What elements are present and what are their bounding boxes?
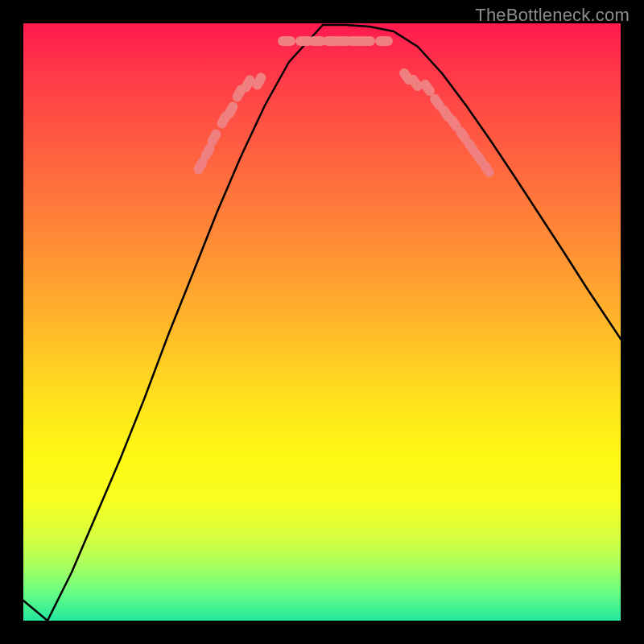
plot-area: [23, 23, 621, 621]
watermark: TheBottleneck.com: [475, 5, 630, 26]
chart-frame: TheBottleneck.com: [0, 0, 644, 644]
